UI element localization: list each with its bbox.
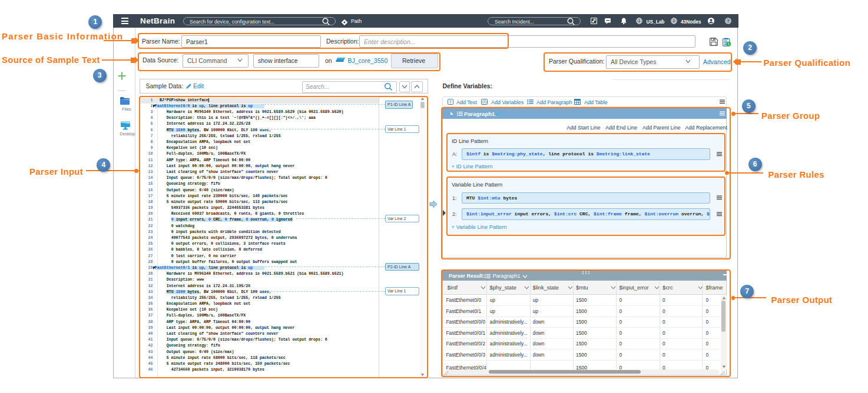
svg-text:?: ? xyxy=(727,18,730,24)
svg-text:(x): (x) xyxy=(482,100,487,105)
svg-text:T: T xyxy=(449,100,452,104)
